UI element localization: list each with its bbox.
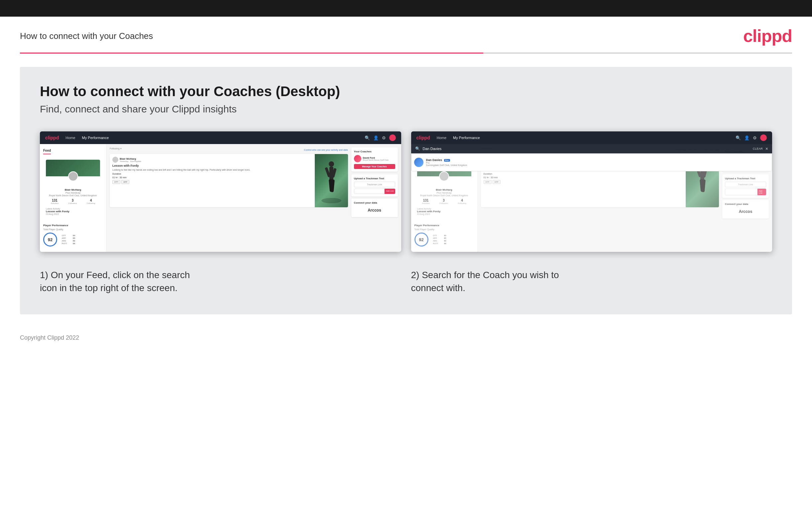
arccos-logo-1: Arccos bbox=[354, 206, 395, 215]
stat-activities-1: 131 Activities bbox=[51, 199, 59, 204]
svg-point-1 bbox=[329, 161, 334, 167]
app-nav-1: clippd Home My Performance 🔍 👤 ⚙ bbox=[40, 131, 401, 144]
nav-performance-2[interactable]: My Performance bbox=[453, 136, 480, 140]
steps-row: 1) On your Feed, click on the searchicon… bbox=[40, 268, 772, 294]
result-info-1: Dan Davies Pro Pro Sunningdale Golf Club… bbox=[426, 158, 769, 166]
user-icon-nav-2[interactable]: 👤 bbox=[744, 135, 750, 140]
add-link-btn-1[interactable]: Add Link bbox=[385, 188, 395, 194]
screenshot-2: clippd Home My Performance 🔍 👤 ⚙ 🔍 Dan D… bbox=[411, 131, 772, 252]
stat-following-1: 4 Following bbox=[87, 199, 95, 204]
following-btn-1[interactable]: Following ▾ bbox=[110, 147, 122, 150]
bar-putt: PUTT 96 bbox=[62, 243, 75, 245]
bar-ott: OTT 90 bbox=[62, 235, 75, 237]
app-nav-2: clippd Home My Performance 🔍 👤 ⚙ bbox=[411, 131, 772, 144]
latest-activity-1: Latest Activity Lesson with Fordy 03 Aug… bbox=[46, 206, 100, 217]
screenshots-row: clippd Home My Performance 🔍 👤 ⚙ Feed bbox=[40, 131, 772, 252]
coaches-panel-1: Your Coaches David Ford Royal North Devo… bbox=[351, 147, 398, 172]
trackman-input-1[interactable]: Trackman Link bbox=[354, 182, 395, 187]
latest-activity-2: Latest Activity Lesson with Fordy 03 Aug… bbox=[417, 206, 471, 217]
main-heading: How to connect with your Coaches (Deskto… bbox=[40, 84, 772, 99]
search-icon-nav-2[interactable]: 🔍 bbox=[735, 135, 741, 140]
arccos-logo-2: Arccos bbox=[725, 207, 766, 216]
profile-club-1: Royal North Devon Golf Club, United King… bbox=[46, 194, 100, 197]
search-overlay: 🔍 Dan Davies CLEAR × Dan Davies Pro bbox=[411, 144, 772, 171]
avatar-nav[interactable] bbox=[389, 134, 396, 141]
top-bar bbox=[0, 0, 812, 17]
profile-handicap-2: Plus Handicap bbox=[417, 192, 471, 194]
profile-cover-1 bbox=[46, 160, 100, 176]
main-content: How to connect with your Coaches (Deskto… bbox=[20, 67, 792, 314]
trackman-link-input-2[interactable] bbox=[725, 188, 758, 195]
pro-badge: Pro bbox=[444, 159, 450, 162]
profile-stats-2: 131 Activities 3 Followers 4 Following bbox=[417, 199, 471, 204]
search-input-mock[interactable]: Dan Davies bbox=[423, 147, 750, 151]
feed-content-1: Following ▾ Control who can see your act… bbox=[110, 147, 348, 249]
screenshot-1: clippd Home My Performance 🔍 👤 ⚙ Feed bbox=[40, 131, 401, 252]
add-link-btn-2[interactable]: Add Link bbox=[758, 188, 766, 195]
svg-point-0 bbox=[322, 198, 341, 203]
footer: Copyright Clippd 2022 bbox=[0, 328, 812, 351]
connect-panel-2: Connect your data Arccos bbox=[722, 200, 769, 219]
search-icon-nav[interactable]: 🔍 bbox=[365, 135, 370, 140]
clear-btn[interactable]: CLEAR bbox=[753, 147, 763, 151]
profile-card-1: Blair McHarg Plus Handicap Royal North D… bbox=[43, 157, 103, 219]
header: How to connect with your Coaches clippd bbox=[0, 17, 812, 52]
settings-icon-nav[interactable]: ⚙ bbox=[382, 135, 386, 140]
btn-app-1[interactable]: APP bbox=[121, 180, 129, 184]
lesson-image-1 bbox=[315, 154, 348, 207]
profile-stats-1: 131 Activities 3 Followers 4 Following bbox=[46, 199, 100, 204]
app-logo-2: clippd bbox=[417, 135, 430, 140]
search-icon-overlay: 🔍 bbox=[415, 146, 420, 151]
copyright: Copyright Clippd 2022 bbox=[20, 334, 79, 341]
nav-home-2[interactable]: Home bbox=[437, 136, 446, 140]
settings-icon-nav-2[interactable]: ⚙ bbox=[753, 135, 757, 140]
app-logo-1: clippd bbox=[45, 135, 59, 140]
profile-handicap-1: Plus Handicap bbox=[46, 192, 100, 194]
nav-home-1[interactable]: Home bbox=[65, 136, 75, 140]
app-right-1: Your Coaches David Ford Royal North Devo… bbox=[351, 147, 398, 249]
coach-avatar-1 bbox=[354, 155, 361, 162]
perf-bars-1: OTT 90 APP 85 bbox=[62, 234, 75, 245]
profile-avatar-1 bbox=[68, 171, 78, 181]
control-link-1[interactable]: Control who can see your activity and da… bbox=[304, 149, 348, 151]
performance-section-1: Player Performance Total Player Quality … bbox=[43, 222, 103, 249]
feed-tab-1[interactable]: Feed bbox=[43, 147, 51, 154]
app-main-1: Following ▾ Control who can see your act… bbox=[106, 144, 401, 252]
nav-icons-1: 🔍 👤 ⚙ bbox=[365, 134, 396, 141]
main-subheading: Find, connect and share your Clippd insi… bbox=[40, 103, 772, 115]
app-body-1: Feed Blair McHarg Plus Handicap Royal No… bbox=[40, 144, 401, 252]
trackman-input-2[interactable]: Trackman Link bbox=[725, 182, 766, 187]
coach-info-1: David Ford Royal North Devon Golf Club bbox=[363, 157, 389, 161]
profile-club-2: Royal North Devon Golf Club, United King… bbox=[417, 194, 471, 197]
search-bar: 🔍 Dan Davies CLEAR × bbox=[411, 144, 772, 153]
page-title: How to connect with your Coaches bbox=[20, 31, 153, 41]
search-results: Dan Davies Pro Pro Sunningdale Golf Club… bbox=[411, 153, 772, 171]
avatar-nav-2[interactable] bbox=[760, 134, 767, 141]
user-icon-nav[interactable]: 👤 bbox=[373, 135, 379, 140]
clippd-logo: clippd bbox=[743, 26, 792, 46]
nav-icons-2: 🔍 👤 ⚙ bbox=[735, 134, 767, 141]
bar-app: APP 85 bbox=[62, 237, 75, 239]
perf-bars-2: OTT 90 APP 85 bbox=[433, 234, 446, 245]
step-1-text: 1) On your Feed, click on the searchicon… bbox=[40, 268, 401, 294]
bar-arg: ARG 86 bbox=[62, 240, 75, 242]
lesson-info-1: Blair McHarg Yesterday · Sunningdale Les… bbox=[110, 154, 315, 207]
trackman-panel-2: Upload a Trackman Test Trackman Link Add… bbox=[722, 174, 769, 198]
connect-panel-1: Connect your data Arccos bbox=[351, 199, 398, 217]
result-name-1: Dan Davies Pro bbox=[426, 158, 769, 162]
manage-btn-1[interactable]: Manage Your Coaches bbox=[354, 164, 395, 169]
profile-avatar-2 bbox=[439, 171, 449, 181]
header-divider bbox=[20, 52, 792, 53]
lesson-btns-1: OTT APP bbox=[112, 180, 312, 184]
mock-app-2: clippd Home My Performance 🔍 👤 ⚙ 🔍 Dan D… bbox=[411, 131, 772, 252]
btn-ott-1[interactable]: OTT bbox=[112, 180, 120, 184]
profile-name-1: Blair McHarg bbox=[46, 188, 100, 191]
search-result-item-1[interactable]: Dan Davies Pro Pro Sunningdale Golf Club… bbox=[414, 156, 769, 168]
close-search-btn[interactable]: × bbox=[765, 146, 768, 152]
lesson-card-1: Blair McHarg Yesterday · Sunningdale Les… bbox=[110, 154, 348, 207]
score-circle-2: 92 bbox=[415, 232, 428, 247]
nav-performance-1[interactable]: My Performance bbox=[82, 136, 109, 140]
profile-name-2: Blair McHarg bbox=[417, 188, 471, 191]
trackman-link-input-1[interactable] bbox=[354, 188, 385, 194]
mock-app-1: clippd Home My Performance 🔍 👤 ⚙ Feed bbox=[40, 131, 401, 252]
